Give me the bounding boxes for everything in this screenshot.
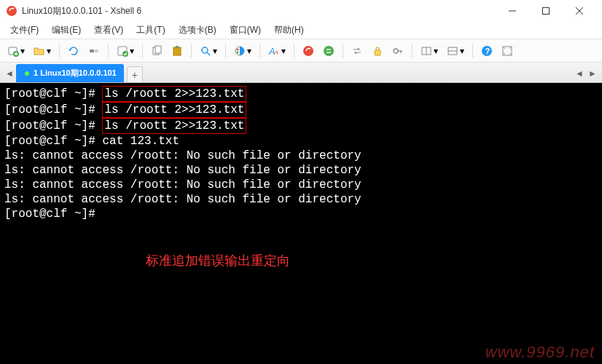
paste-button[interactable] xyxy=(168,43,186,59)
chevron-down-icon: ▾ xyxy=(281,46,286,56)
svg-point-25 xyxy=(324,46,334,56)
svg-rect-26 xyxy=(375,50,380,55)
maximize-button[interactable] xyxy=(529,0,563,22)
highlighted-command: ls /roott 2>>123.txt xyxy=(102,118,246,134)
copy-button[interactable] xyxy=(148,43,165,59)
open-button[interactable]: ▾ xyxy=(31,43,54,59)
minimize-button[interactable] xyxy=(496,0,529,22)
properties-button[interactable]: ▾ xyxy=(114,43,137,59)
shell-prompt: [root@clf ~]# xyxy=(4,103,102,116)
chevron-down-icon: ▾ xyxy=(247,46,251,56)
terminal-line: [root@clf ~]# ls /roott 2>>123.txt xyxy=(4,86,598,102)
tabbar: ◄ 1 Linux10期10.0.0.101 + ◄ ► xyxy=(0,63,602,83)
connection-status-icon xyxy=(25,71,29,76)
toolbar-separator xyxy=(294,44,294,58)
reconnect-button[interactable] xyxy=(65,43,82,59)
terminal-output: ls: cannot access /roott: No such file o… xyxy=(4,149,598,163)
terminal-output: ls: cannot access /roott: No such file o… xyxy=(4,192,598,207)
chevron-down-icon: ▾ xyxy=(460,46,464,56)
svg-rect-9 xyxy=(90,50,94,52)
terminal-output: ls: cannot access /roott: No such file o… xyxy=(4,178,598,192)
tab-scroll-left[interactable]: ◄ xyxy=(3,65,16,82)
svg-point-24 xyxy=(303,46,313,56)
color-scheme-button[interactable]: ▾ xyxy=(231,43,254,59)
key-button[interactable] xyxy=(389,43,407,59)
toolbar-separator xyxy=(225,44,226,58)
chevron-down-icon: ▾ xyxy=(20,46,25,56)
transfer-button[interactable] xyxy=(348,43,366,59)
shell-command: cat 123.txt xyxy=(102,135,179,148)
chevron-down-icon: ▾ xyxy=(130,46,134,56)
svg-rect-14 xyxy=(155,46,161,53)
svg-point-0 xyxy=(7,6,17,16)
shell-prompt: [root@clf ~]# xyxy=(4,119,102,132)
toolbar-separator xyxy=(343,44,343,58)
chevron-down-icon: ▾ xyxy=(47,46,51,56)
fullscreen-button[interactable] xyxy=(499,43,516,59)
new-session-button[interactable]: ▾ xyxy=(4,43,28,59)
toolbar-separator xyxy=(59,44,60,58)
svg-point-17 xyxy=(202,47,208,53)
chevron-down-icon: ▾ xyxy=(213,46,217,56)
svg-text:?: ? xyxy=(485,47,490,55)
highlighted-command: ls /roott 2>>123.txt xyxy=(102,86,246,102)
highlighted-command: ls /roott 2>>123.txt xyxy=(102,102,246,118)
svg-point-21 xyxy=(237,51,239,53)
shell-prompt: [root@clf ~]# xyxy=(4,135,102,148)
tab-nav-right: ◄ ► xyxy=(573,65,599,82)
window-controls xyxy=(496,0,596,22)
tab-label: 1 Linux10期10.0.0.101 xyxy=(34,68,117,79)
svg-line-18 xyxy=(207,52,210,55)
terminal-line: [root@clf ~]# xyxy=(4,207,598,221)
app-logo-icon xyxy=(6,5,17,17)
help-button[interactable]: ? xyxy=(478,43,496,59)
toolbar-separator xyxy=(259,44,260,58)
annotation-text: 标准追加错误输出重定向 xyxy=(146,253,290,268)
toolbar: ▾ ▾ ▾ ▾ ▾ AA▾ ▾ ▾ ? xyxy=(0,39,602,63)
menu-view[interactable]: 查看(V) xyxy=(88,22,129,39)
menu-help[interactable]: 帮助(H) xyxy=(268,22,310,39)
menu-edit[interactable]: 编辑(E) xyxy=(46,22,87,39)
svg-point-20 xyxy=(237,48,239,50)
chevron-down-icon: ▾ xyxy=(434,46,438,56)
menu-tools[interactable]: 工具(T) xyxy=(130,22,171,39)
shell-prompt: [root@clf ~]# xyxy=(4,87,102,100)
xshell-logo-button[interactable] xyxy=(300,43,317,59)
toolbar-separator xyxy=(108,44,109,58)
tab-add-button[interactable]: + xyxy=(127,66,143,82)
menu-file[interactable]: 文件(F) xyxy=(4,22,44,39)
layout-vertical-button[interactable]: ▾ xyxy=(444,43,467,59)
svg-point-27 xyxy=(394,49,398,53)
close-button[interactable] xyxy=(563,0,596,22)
lock-button[interactable] xyxy=(369,43,386,59)
tab-active[interactable]: 1 Linux10期10.0.0.101 xyxy=(16,64,124,82)
terminal-output: ls: cannot access /roott: No such file o… xyxy=(4,163,598,178)
svg-rect-2 xyxy=(543,8,550,15)
tab-scroll-right[interactable]: ► xyxy=(586,65,599,82)
menu-window[interactable]: 窗口(W) xyxy=(224,22,267,39)
shell-prompt: [root@clf ~]# xyxy=(4,207,102,221)
toolbar-separator xyxy=(191,44,192,58)
toolbar-separator xyxy=(472,44,473,58)
watermark-text: www.9969.net xyxy=(485,345,595,360)
titlebar: Linux10期10.0.0.101 - Xshell 6 xyxy=(0,0,602,22)
terminal[interactable]: [root@clf ~]# ls /roott 2>>123.txt [root… xyxy=(0,83,602,364)
window-title: Linux10期10.0.0.101 - Xshell 6 xyxy=(22,5,496,17)
menu-tabs[interactable]: 选项卡(B) xyxy=(173,22,222,39)
toolbar-separator xyxy=(412,44,413,58)
tab-scroll-left-2[interactable]: ◄ xyxy=(573,65,586,82)
svg-rect-15 xyxy=(173,47,181,55)
font-button[interactable]: AA▾ xyxy=(265,43,289,59)
svg-rect-16 xyxy=(176,46,179,48)
svg-text:A: A xyxy=(273,49,278,56)
terminal-line: [root@clf ~]# cat 123.txt xyxy=(4,134,598,149)
layout-horizontal-button[interactable]: ▾ xyxy=(418,43,441,59)
terminal-line: [root@clf ~]# ls /roott 2>>123.txt xyxy=(4,118,598,134)
toolbar-separator xyxy=(142,44,143,58)
find-button[interactable]: ▾ xyxy=(197,43,220,59)
menubar: 文件(F) 编辑(E) 查看(V) 工具(T) 选项卡(B) 窗口(W) 帮助(… xyxy=(0,22,602,39)
xftp-button[interactable] xyxy=(320,43,337,59)
svg-rect-10 xyxy=(95,50,98,52)
disconnect-button[interactable] xyxy=(85,43,103,59)
terminal-line: [root@clf ~]# ls /roott 2>>123.txt xyxy=(4,102,598,118)
